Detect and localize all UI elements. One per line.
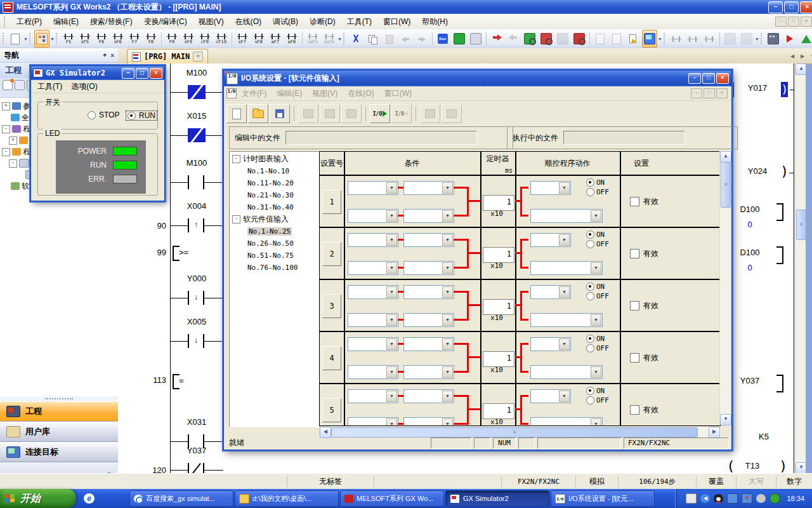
- ladder-pulse-branch-falling-button[interactable]: aF8: [284, 30, 299, 48]
- condition-device2-select[interactable]: [348, 417, 398, 426]
- minimize-button[interactable]: [768, 1, 783, 13]
- scroll-thumb[interactable]: [331, 427, 698, 438]
- menu-find-replace[interactable]: 搜索/替换(F): [84, 14, 138, 30]
- tree-item[interactable]: No.26-No.50: [230, 237, 318, 250]
- dropdown-icon[interactable]: [591, 418, 601, 426]
- taskbar-item-simulator[interactable]: GX Simulator2: [445, 490, 549, 507]
- dropdown-icon[interactable]: [386, 418, 397, 426]
- paste-button[interactable]: [381, 30, 396, 48]
- checkbox-icon[interactable]: [630, 353, 639, 363]
- intelligent-module-button[interactable]: [766, 30, 781, 48]
- off-radio[interactable]: OFF: [586, 188, 609, 196]
- tab-list-icon[interactable]: ▼: [808, 52, 812, 61]
- on-radio[interactable]: ON: [586, 231, 605, 239]
- condition-device2-select[interactable]: [348, 261, 398, 275]
- nav-button-user-library[interactable]: 用户库: [0, 422, 118, 442]
- copy-button[interactable]: [320, 104, 340, 123]
- tree-item[interactable]: No.51-No.75: [230, 250, 318, 262]
- off-radio[interactable]: OFF: [586, 240, 609, 248]
- condition-device1-select[interactable]: [348, 389, 398, 403]
- condition-value2-select[interactable]: [403, 209, 454, 223]
- condition-value2-select[interactable]: [403, 365, 454, 379]
- tab-scroll-right-icon[interactable]: ▶: [798, 52, 807, 61]
- tab-close-icon[interactable]: [193, 51, 203, 62]
- scroll-up-icon[interactable]: [796, 64, 806, 75]
- on-radio[interactable]: ON: [586, 283, 605, 291]
- condition-value1-select[interactable]: [403, 389, 454, 403]
- ladder-invert-result-button[interactable]: saF5: [305, 30, 320, 48]
- action-value-select[interactable]: [530, 365, 603, 379]
- ladder-open-contact-button[interactable]: F5: [61, 30, 76, 48]
- menu-edit[interactable]: 编辑(E): [48, 14, 84, 30]
- io-execute-button[interactable]: I/O: [370, 104, 390, 123]
- menu-edit[interactable]: 编辑(E): [272, 87, 307, 100]
- menu-tools[interactable]: 工具(T): [34, 80, 66, 93]
- collapse-icon[interactable]: [9, 159, 17, 168]
- condition-value2-select[interactable]: [403, 313, 454, 327]
- dropdown-icon[interactable]: [442, 338, 453, 350]
- dropdown-icon[interactable]: [386, 338, 397, 350]
- dropdown-icon[interactable]: [386, 210, 397, 222]
- close-icon[interactable]: ×: [110, 52, 114, 59]
- toolbar-dropdown-icon[interactable]: [755, 37, 759, 41]
- close-button[interactable]: [716, 73, 729, 84]
- ladder-coil-button[interactable]: F7: [127, 30, 142, 48]
- open-file-button[interactable]: [248, 104, 268, 123]
- editor-vscrollbar[interactable]: [795, 64, 806, 473]
- nav-button-project[interactable]: 工程: [0, 401, 118, 422]
- write-to-plc-button[interactable]: [489, 30, 504, 48]
- action-device-select[interactable]: [530, 337, 571, 351]
- undo-button[interactable]: [398, 30, 413, 48]
- expand-icon[interactable]: [9, 137, 17, 145]
- pin-icon[interactable]: ⌖: [103, 51, 107, 59]
- dropdown-icon[interactable]: [386, 286, 397, 298]
- collapse-icon[interactable]: [2, 125, 10, 133]
- off-radio[interactable]: OFF: [586, 292, 609, 300]
- tree-item[interactable]: No.11-No.20: [230, 177, 318, 189]
- radio-icon[interactable]: [586, 292, 594, 300]
- menu-view[interactable]: 视图(V): [307, 87, 343, 100]
- valid-checkbox[interactable]: 有效: [630, 300, 658, 311]
- minimize-button[interactable]: [122, 68, 134, 79]
- dropdown-icon[interactable]: [386, 391, 397, 402]
- condition-device1-select[interactable]: [348, 337, 398, 351]
- checkbox-icon[interactable]: [630, 405, 639, 415]
- ladder-closed-contact-button[interactable]: sF5: [77, 30, 93, 48]
- ladder-application-instruction-button[interactable]: F8: [143, 30, 159, 48]
- pause-monitor-button[interactable]: [555, 30, 570, 48]
- menu-debug[interactable]: 调试(B): [267, 14, 304, 30]
- dropdown-icon[interactable]: [591, 262, 601, 274]
- menu-window[interactable]: 窗口(W): [379, 87, 417, 100]
- menu-options[interactable]: 选项(O): [67, 80, 101, 93]
- minimize-button[interactable]: [688, 73, 701, 84]
- timer-value-input[interactable]: 1: [483, 403, 514, 419]
- dropdown-icon[interactable]: [386, 262, 397, 274]
- verify-button[interactable]: [593, 30, 608, 48]
- tree-item[interactable]: No.76-No.100: [230, 262, 318, 274]
- radio-icon[interactable]: [586, 231, 594, 239]
- condition-value1-select[interactable]: [403, 285, 454, 299]
- ladder-pulse-branch-rising-button[interactable]: aF7: [268, 30, 283, 48]
- monitor-mode-button[interactable]: [452, 30, 467, 48]
- scroll-up-icon[interactable]: [720, 151, 731, 163]
- dropdown-icon[interactable]: [386, 182, 397, 194]
- off-radio[interactable]: OFF: [586, 344, 609, 352]
- editing-file-field[interactable]: [285, 131, 477, 145]
- on-radio[interactable]: ON: [586, 387, 605, 395]
- taskbar-item-gxworks[interactable]: MELSOFT系列 GX Wo...: [340, 490, 444, 507]
- dropdown-icon[interactable]: [442, 182, 453, 194]
- taskbar-item-io-settings[interactable]: I/O I/O系统设置 - [软元...: [551, 490, 655, 507]
- child-minimize-button[interactable]: –: [775, 17, 787, 27]
- dropdown-icon[interactable]: [442, 366, 453, 378]
- scroll-thumb[interactable]: [721, 162, 731, 208]
- condition-device2-select[interactable]: [348, 209, 398, 223]
- keyboard-icon[interactable]: [686, 493, 697, 504]
- child-restore-button[interactable]: □: [788, 17, 799, 27]
- timer-value-input[interactable]: 1: [483, 195, 514, 211]
- tree-group-device-value[interactable]: 软元件值输入: [230, 213, 318, 225]
- run-button[interactable]: [782, 30, 797, 48]
- new-file-button[interactable]: [226, 104, 247, 123]
- io-stop-button[interactable]: I/O×: [391, 104, 412, 123]
- close-button[interactable]: [150, 68, 162, 79]
- network-icon[interactable]: [727, 493, 738, 504]
